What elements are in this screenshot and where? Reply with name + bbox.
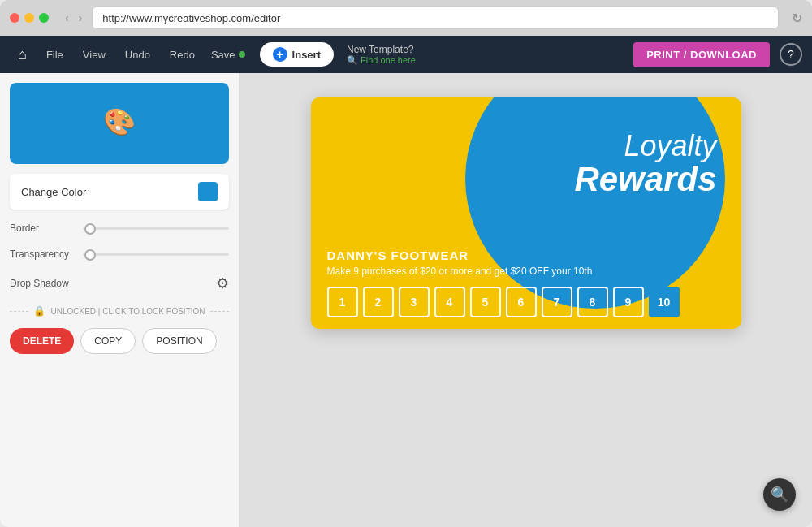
color-panel-header: 🎨	[10, 83, 229, 164]
nav-arrows: ‹ ›	[62, 10, 85, 26]
forward-arrow[interactable]: ›	[76, 10, 86, 26]
drop-shadow-label: Drop Shadow	[10, 278, 69, 289]
close-button[interactable]	[10, 13, 19, 23]
punch-2[interactable]: 2	[363, 287, 394, 317]
top-navbar: ⌂ File View Undo Redo Save + Insert New …	[0, 36, 812, 73]
color-swatch[interactable]	[198, 182, 218, 201]
main-content: 🎨 Change Color Border Transparency	[0, 73, 812, 527]
question-mark-icon: ?	[788, 48, 794, 61]
url-domain: www.mycreativeshop.com/editor	[129, 12, 280, 24]
copy-button[interactable]: COPY	[80, 328, 136, 354]
left-panel: 🎨 Change Color Border Transparency	[0, 73, 240, 527]
drop-shadow-row: Drop Shadow ⚙	[10, 274, 229, 292]
change-color-label: Change Color	[21, 186, 86, 198]
transparency-row: Transparency	[10, 248, 229, 260]
card-title: Loyalty Rewards	[574, 130, 716, 197]
save-indicator	[239, 51, 245, 58]
punch-9[interactable]: 9	[613, 287, 644, 317]
find-one-text: Find one here	[361, 55, 416, 65]
maximize-button[interactable]	[39, 13, 49, 23]
back-arrow[interactable]: ‹	[62, 10, 72, 26]
position-button[interactable]: POSITION	[142, 328, 216, 354]
card-bottom: DANNY'S FOOTWEAR Make 9 purchases of $20…	[311, 237, 741, 329]
punch-8[interactable]: 8	[577, 287, 608, 317]
border-row: Border	[10, 222, 229, 234]
browser-titlebar: ‹ › http:// www.mycreativeshop.com/edito…	[0, 0, 812, 36]
change-color-row[interactable]: Change Color	[10, 174, 229, 210]
save-label: Save	[211, 49, 235, 61]
help-button[interactable]: ?	[780, 43, 802, 66]
border-label: Border	[10, 222, 75, 234]
zoom-icon: 🔍	[771, 486, 788, 503]
punch-7[interactable]: 7	[542, 287, 572, 317]
transparency-slider-thumb[interactable]	[84, 249, 96, 261]
card-description: Make 9 purchases of $20 or more and get …	[327, 266, 725, 277]
save-button[interactable]: Save	[206, 44, 250, 66]
print-download-button[interactable]: PRINT / DOWNLOAD	[633, 42, 770, 67]
punch-3[interactable]: 3	[399, 287, 430, 317]
lock-dash-left	[10, 311, 28, 312]
traffic-lights	[10, 13, 49, 23]
minimize-button[interactable]	[24, 13, 34, 23]
lock-icon: 🔒	[33, 305, 45, 317]
action-buttons: DELETE COPY POSITION	[10, 328, 229, 354]
shadow-settings-icon[interactable]: ⚙	[216, 274, 229, 292]
app-container: ⌂ File View Undo Redo Save + Insert New …	[0, 36, 812, 527]
lock-row[interactable]: 🔒 UNLOCKED | CLICK TO LOCK POSITION	[10, 305, 229, 317]
undo-button[interactable]: Undo	[117, 44, 158, 66]
punch-5[interactable]: 5	[470, 287, 501, 317]
business-name: DANNY'S FOOTWEAR	[327, 248, 725, 262]
url-bar[interactable]: http:// www.mycreativeshop.com/editor	[92, 6, 779, 29]
punch-4[interactable]: 4	[434, 287, 465, 317]
loyalty-text: Loyalty	[574, 130, 716, 162]
redo-button[interactable]: Redo	[162, 44, 203, 66]
palette-icon: 🎨	[103, 106, 136, 137]
new-template-section: New Template? 🔍 Find one here	[347, 44, 416, 66]
lock-dash-right	[210, 311, 229, 312]
insert-button[interactable]: + Insert	[260, 42, 334, 67]
loyalty-card[interactable]: Loyalty Rewards DANNY'S FOOTWEAR Make 9 …	[311, 97, 741, 329]
border-slider-thumb[interactable]	[84, 223, 96, 235]
url-text: http://	[102, 12, 129, 24]
lock-label: UNLOCKED | CLICK TO LOCK POSITION	[50, 307, 205, 316]
insert-plus-icon: +	[273, 47, 287, 62]
insert-label: Insert	[292, 49, 321, 61]
magnifier-icon: 🔍	[347, 55, 358, 66]
punch-1[interactable]: 1	[327, 287, 358, 317]
punch-10[interactable]: 10	[649, 287, 680, 317]
punch-cards: 1 2 3 4 5 6 7 8 9 10	[327, 287, 725, 317]
delete-button[interactable]: DELETE	[10, 328, 74, 354]
canvas-area: Loyalty Rewards DANNY'S FOOTWEAR Make 9 …	[240, 73, 812, 527]
home-button[interactable]: ⌂	[10, 41, 35, 68]
find-one-link[interactable]: 🔍 Find one here	[347, 55, 416, 66]
transparency-label: Transparency	[10, 248, 75, 260]
view-menu[interactable]: View	[75, 44, 114, 66]
rewards-text: Rewards	[574, 162, 716, 197]
file-menu[interactable]: File	[38, 44, 71, 66]
new-template-label: New Template?	[347, 44, 416, 55]
reload-button[interactable]: ↻	[792, 11, 802, 26]
punch-6[interactable]: 6	[506, 287, 537, 317]
browser-window: ‹ › http:// www.mycreativeshop.com/edito…	[0, 0, 812, 527]
zoom-button[interactable]: 🔍	[763, 478, 796, 511]
border-slider[interactable]	[83, 227, 229, 230]
transparency-slider[interactable]	[83, 253, 229, 256]
